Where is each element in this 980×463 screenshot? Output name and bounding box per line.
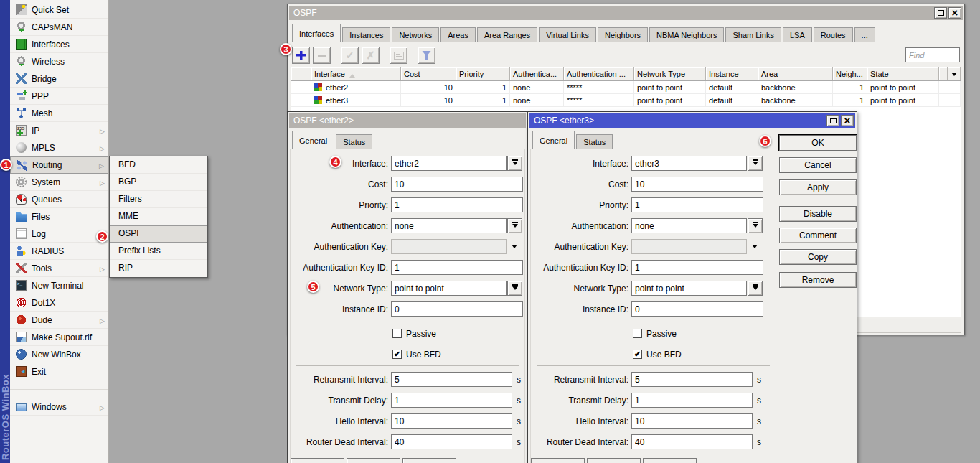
close-button[interactable] bbox=[948, 7, 961, 19]
interface-dropdown-button[interactable] bbox=[507, 156, 522, 171]
tab-area-ranges[interactable]: Area Ranges bbox=[477, 27, 537, 42]
disable-button[interactable] bbox=[362, 47, 380, 64]
ether3-instance-id-input[interactable] bbox=[631, 301, 763, 317]
table-row-ether2[interactable]: ether2 10 1 none ***** point to point de… bbox=[291, 81, 961, 94]
ether2-instance-id-input[interactable] bbox=[391, 301, 523, 317]
sidebar-item-quick-set[interactable]: Quick Set bbox=[10, 1, 108, 19]
tab-lsa[interactable]: LSA bbox=[783, 27, 812, 42]
ether2-cost-input[interactable] bbox=[391, 177, 523, 192]
network-type-dropdown-button[interactable] bbox=[507, 281, 522, 296]
submenu-item-prefix-lists[interactable]: Prefix Lists bbox=[110, 243, 207, 260]
sidebar-item-new-terminal[interactable]: New Terminal bbox=[10, 277, 108, 294]
tab-areas[interactable]: Areas bbox=[440, 27, 476, 42]
tab-sham-links[interactable]: Sham Links bbox=[725, 27, 781, 42]
sidebar-item-make-supout[interactable]: Make Supout.rif bbox=[10, 329, 108, 346]
sidebar-item-windows[interactable]: Windows bbox=[10, 398, 108, 416]
column-neighbors[interactable]: Neigh... bbox=[833, 67, 867, 80]
ether2-transmit-delay-input[interactable] bbox=[391, 393, 512, 408]
ether3-authentication-input[interactable] bbox=[631, 218, 747, 233]
sidebar-item-dude[interactable]: Dude bbox=[10, 312, 108, 329]
column-interface[interactable]: Interface bbox=[311, 67, 401, 80]
submenu-item-rip[interactable]: RIP bbox=[110, 260, 207, 277]
column-authentication[interactable]: Authentica... bbox=[510, 67, 564, 80]
expand-triangle-icon[interactable] bbox=[512, 245, 517, 251]
submenu-item-filters[interactable]: Filters bbox=[110, 191, 207, 208]
ether3-router-dead-interval-input[interactable] bbox=[631, 434, 753, 449]
ether2-authentication-key-id-input[interactable] bbox=[391, 260, 523, 275]
clipped-bottom-button[interactable] bbox=[291, 458, 344, 463]
clipped-bottom-button[interactable] bbox=[402, 458, 456, 463]
ether3-transmit-delay-input[interactable] bbox=[631, 393, 753, 408]
ether2-passive-checkbox[interactable] bbox=[392, 329, 402, 338]
column-network-type[interactable]: Network Type bbox=[634, 67, 706, 80]
sidebar-item-new-winbox[interactable]: New WinBox bbox=[10, 346, 108, 363]
ether2-retransmit-interval-input[interactable] bbox=[391, 372, 512, 387]
sidebar-item-mesh[interactable]: Mesh bbox=[10, 105, 108, 122]
ether3-retransmit-interval-input[interactable] bbox=[631, 372, 753, 387]
sidebar-item-tools[interactable]: Tools bbox=[10, 260, 108, 277]
ether2-interface-input[interactable] bbox=[391, 156, 507, 171]
table-row-ether3[interactable]: ether3 10 1 none ***** point to point de… bbox=[291, 94, 961, 107]
column-state[interactable]: State bbox=[867, 67, 939, 80]
ether3-cost-input[interactable] bbox=[631, 177, 763, 192]
sidebar-item-wireless[interactable]: Wireless bbox=[10, 53, 108, 70]
tab-networks[interactable]: Networks bbox=[392, 27, 439, 42]
ether2-network-type-input[interactable] bbox=[391, 281, 507, 296]
ether3-authentication-key-id-input[interactable] bbox=[631, 260, 763, 275]
comment-button[interactable] bbox=[390, 47, 407, 64]
ether2-hello-interval-input[interactable] bbox=[391, 413, 512, 429]
sidebar-item-bridge[interactable]: Bridge bbox=[10, 70, 108, 88]
ether2-use-bfd-checkbox[interactable]: ✔ bbox=[392, 350, 402, 359]
sidebar-item-mpls[interactable]: MPLS bbox=[10, 139, 108, 156]
maximize-button[interactable] bbox=[826, 115, 839, 126]
sidebar-item-queues[interactable]: Queues bbox=[10, 191, 108, 208]
ether2-tab-status[interactable]: Status bbox=[336, 134, 372, 149]
sidebar-item-capsman[interactable]: CAPsMAN bbox=[10, 19, 108, 36]
submenu-item-bgp[interactable]: BGP bbox=[110, 174, 207, 191]
submenu-item-mme[interactable]: MME bbox=[110, 208, 207, 225]
tab-instances[interactable]: Instances bbox=[342, 27, 390, 42]
sidebar-item-log[interactable]: Log bbox=[10, 225, 108, 243]
ether2-dialog-titlebar[interactable]: OSPF <ether2> bbox=[289, 113, 526, 128]
tab-routes[interactable]: Routes bbox=[814, 27, 853, 42]
ether3-tab-general[interactable]: General bbox=[532, 131, 575, 149]
submenu-item-ospf[interactable]: OSPF bbox=[110, 225, 207, 243]
column-area[interactable]: Area bbox=[758, 67, 833, 80]
sidebar-item-radius[interactable]: RADIUS bbox=[10, 243, 108, 260]
ether3-passive-checkbox[interactable] bbox=[633, 329, 642, 338]
maximize-button[interactable] bbox=[934, 7, 947, 19]
column-cost[interactable]: Cost bbox=[401, 67, 456, 80]
sidebar-item-dot1x[interactable]: Dot1X bbox=[10, 294, 108, 312]
ether2-authentication-input[interactable] bbox=[391, 218, 507, 233]
ether3-use-bfd-checkbox[interactable]: ✔ bbox=[633, 350, 642, 359]
sidebar-item-system[interactable]: System bbox=[10, 174, 108, 191]
expand-triangle-icon[interactable] bbox=[752, 245, 758, 251]
ether3-interface-input[interactable] bbox=[631, 156, 747, 171]
tab-more[interactable]: ... bbox=[854, 27, 875, 42]
ok-button[interactable]: OK bbox=[779, 135, 857, 151]
ether2-tab-general[interactable]: General bbox=[292, 131, 334, 149]
column-authentication-key[interactable]: Authentication ... bbox=[564, 67, 634, 80]
cancel-button[interactable]: Cancel bbox=[779, 157, 857, 173]
ether3-hello-interval-input[interactable] bbox=[631, 413, 753, 429]
sidebar-item-ppp[interactable]: PPP bbox=[10, 88, 108, 105]
sidebar-item-routing[interactable]: Routing bbox=[10, 156, 108, 174]
ether2-router-dead-interval-input[interactable] bbox=[391, 434, 512, 449]
apply-button[interactable]: Apply bbox=[779, 179, 857, 195]
sidebar-item-ip[interactable]: IP bbox=[10, 122, 108, 139]
network-type-dropdown-button[interactable] bbox=[748, 281, 763, 296]
remove-button[interactable]: Remove bbox=[779, 272, 857, 288]
enable-button[interactable] bbox=[341, 47, 359, 64]
column-chooser-button[interactable] bbox=[948, 67, 961, 80]
clipped-bottom-button[interactable] bbox=[531, 458, 585, 463]
ether3-priority-input[interactable] bbox=[631, 197, 763, 212]
copy-button[interactable]: Copy bbox=[779, 249, 857, 265]
find-input[interactable] bbox=[905, 47, 960, 62]
ether3-tab-status[interactable]: Status bbox=[576, 134, 613, 149]
filter-button[interactable] bbox=[418, 47, 435, 64]
clipped-bottom-button[interactable] bbox=[587, 458, 641, 463]
interface-dropdown-button[interactable] bbox=[748, 156, 763, 171]
remove-button[interactable] bbox=[313, 47, 331, 64]
ether3-network-type-input[interactable] bbox=[631, 281, 747, 296]
clipped-bottom-button[interactable] bbox=[643, 458, 697, 463]
